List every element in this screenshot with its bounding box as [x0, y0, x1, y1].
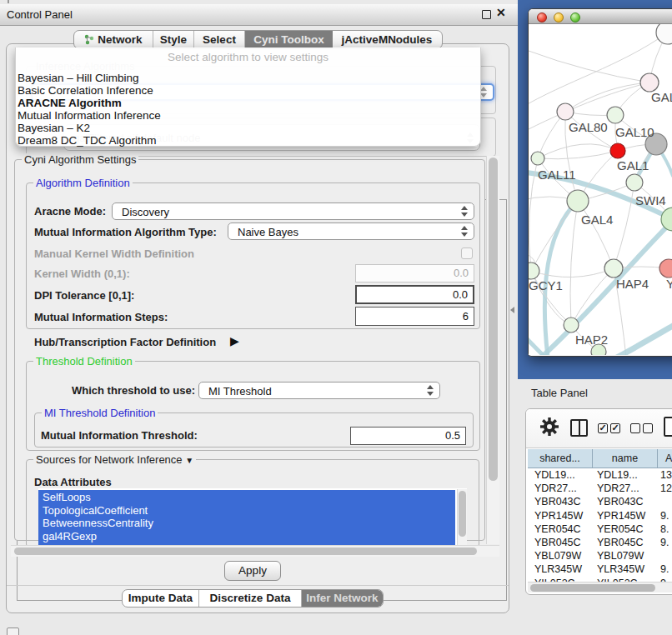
dropdown-item[interactable]: Mutual Information Inference: [18, 109, 161, 122]
mi-steps-input[interactable]: 6: [355, 307, 474, 326]
table-cell[interactable]: YER054C: [593, 522, 658, 536]
settings-horizontal-scrollbar[interactable]: [11, 545, 499, 557]
table-cell[interactable]: 13: [658, 468, 672, 482]
threshold-definition-title: Threshold Definition: [33, 355, 135, 368]
expand-arrow-icon[interactable]: ▶: [230, 334, 239, 348]
network-node-gal11[interactable]: [531, 152, 544, 165]
table-cell[interactable]: YBR043C: [528, 495, 593, 508]
dropdown-item[interactable]: Dream8 DC_TDC Algorithm: [18, 134, 157, 147]
mi-type-combo[interactable]: Naive Bayes: [228, 222, 474, 240]
close-traffic-icon[interactable]: [537, 12, 547, 22]
attribute-item[interactable]: TopologicalCoefficient: [43, 504, 443, 518]
mi-threshold-input[interactable]: 0.5: [350, 427, 466, 445]
data-attributes-list[interactable]: SelfLoopsTopologicalCoefficientBetweenne…: [38, 488, 467, 547]
network-node[interactable]: [661, 208, 672, 231]
network-node[interactable]: [656, 24, 672, 44]
table-cell[interactable]: 12: [658, 482, 672, 495]
table-row[interactable]: YBL079WYBL079W: [528, 549, 672, 562]
table-horizontal-scrollbar[interactable]: [528, 582, 672, 592]
split-pane-icon[interactable]: [570, 419, 588, 437]
column-header-third[interactable]: A: [658, 449, 672, 468]
network-node-swi4[interactable]: [626, 174, 643, 191]
network-node-gal7[interactable]: [640, 73, 659, 92]
unselect-all-icon2[interactable]: [643, 423, 653, 433]
table-cell[interactable]: YDR27...: [593, 482, 658, 495]
network-window-titlebar[interactable]: [529, 9, 672, 24]
kernel-width-input[interactable]: 0.0: [355, 264, 474, 282]
unselect-all-icon[interactable]: [630, 423, 640, 433]
table-cell[interactable]: YBL079W: [528, 549, 593, 562]
tab-network[interactable]: Network: [74, 31, 153, 48]
collapse-arrow-icon[interactable]: ▼: [185, 456, 193, 465]
table-cell[interactable]: YDL19...: [593, 468, 658, 482]
column-header-name[interactable]: name: [593, 449, 658, 468]
table-cell[interactable]: 9.: [658, 536, 672, 549]
attribute-item[interactable]: SelfLoops: [43, 491, 443, 504]
table-cell[interactable]: [658, 495, 672, 508]
table-cell[interactable]: YPR145W: [528, 509, 593, 522]
tab-discretize-data[interactable]: Discretize Data: [199, 590, 302, 607]
table-cell[interactable]: 8.: [658, 522, 672, 536]
table-row[interactable]: YDR27...YDR27...12: [528, 482, 672, 495]
table-row[interactable]: YBR043CYBR043C: [528, 495, 672, 508]
table-cell[interactable]: YBL079W: [593, 549, 658, 562]
network-node-gal4[interactable]: [567, 190, 589, 212]
tab-style[interactable]: Style: [153, 31, 194, 48]
attribute-item[interactable]: gal4RGexp: [43, 530, 443, 543]
table-cell[interactable]: 9.: [658, 562, 672, 576]
aracne-mode-combo[interactable]: Discovery: [112, 202, 474, 220]
tab-select[interactable]: Select: [194, 31, 245, 48]
float-window-icon[interactable]: [482, 10, 491, 19]
network-node-gcy1[interactable]: [529, 262, 539, 279]
table-row[interactable]: YBR045CYBR045C9.: [528, 536, 672, 549]
table-row[interactable]: YLR345WYLR345W9.: [528, 562, 672, 576]
collapsed-panel-icon[interactable]: [7, 628, 19, 635]
select-all-icon2[interactable]: ✓: [610, 423, 620, 433]
tab-impute-data[interactable]: Impute Data: [123, 590, 199, 607]
table-row[interactable]: YER054CYER054C8.: [528, 522, 672, 536]
manual-kernel-checkbox[interactable]: [461, 248, 473, 259]
settings-vertical-scrollbar[interactable]: [486, 156, 499, 544]
tab-jactivemnodules[interactable]: jActiveMNodules: [333, 31, 441, 48]
table-cell[interactable]: YBR045C: [528, 536, 593, 549]
which-threshold-combo[interactable]: MI Threshold: [198, 382, 440, 399]
tab-infer-network[interactable]: Infer Network: [302, 590, 383, 607]
tab-cyni-toolbox[interactable]: Cyni Toolbox: [245, 31, 333, 48]
attribute-item[interactable]: BetweennessCentrality: [43, 517, 443, 530]
table-cell[interactable]: YER054C: [528, 522, 593, 536]
gear-icon[interactable]: [539, 416, 560, 438]
document-icon[interactable]: [664, 417, 672, 437]
table-cell[interactable]: YLR345W: [593, 562, 658, 576]
table-cell[interactable]: YDL19...: [528, 468, 593, 482]
table-cell[interactable]: [658, 549, 672, 562]
table-cell[interactable]: YPR145W: [593, 509, 658, 522]
network-node-gal80[interactable]: [557, 103, 574, 120]
table-cell[interactable]: YDR27...: [528, 482, 593, 495]
dropdown-item[interactable]: Basic Correlation Inference: [18, 84, 153, 97]
table-row[interactable]: YDL19...YDL19...13: [528, 468, 672, 482]
table-cell[interactable]: 9.: [658, 509, 672, 522]
list-vertical-scrollbar[interactable]: [457, 489, 467, 547]
panel-divider-arrow[interactable]: [510, 307, 514, 313]
close-icon[interactable]: ✕: [496, 6, 506, 19]
table-row[interactable]: YPR145WYPR145W9.: [528, 509, 672, 522]
network-view[interactable]: GAL7GAL80GAL10GAL1GAL11SWI4GAL4GCY1HAP4Y…: [529, 24, 672, 355]
table-cell[interactable]: YLR345W: [528, 562, 593, 576]
network-node-y[interactable]: [659, 259, 672, 278]
dpi-tolerance-input[interactable]: 0.0: [355, 285, 474, 304]
stepper-arrows-icon: [427, 385, 434, 396]
network-node-hap2[interactable]: [564, 318, 579, 332]
dropdown-item[interactable]: Bayesian – K2: [18, 122, 90, 134]
column-header-shared-name[interactable]: shared...: [528, 449, 593, 468]
minimize-traffic-icon[interactable]: [554, 12, 564, 22]
network-node-gal1[interactable]: [610, 143, 625, 158]
dropdown-item-selected[interactable]: ARACNE Algorithm: [18, 97, 122, 109]
zoom-traffic-icon[interactable]: [570, 12, 580, 22]
select-all-icon[interactable]: ✓: [598, 423, 608, 433]
table-cell[interactable]: YBR045C: [593, 536, 658, 549]
dropdown-item[interactable]: Bayesian – Hill Climbing: [18, 72, 139, 84]
network-node-gal10[interactable]: [607, 107, 624, 123]
table-cell[interactable]: YBR043C: [593, 495, 658, 508]
apply-button[interactable]: Apply: [224, 561, 281, 581]
network-node-hap4[interactable]: [604, 259, 623, 278]
